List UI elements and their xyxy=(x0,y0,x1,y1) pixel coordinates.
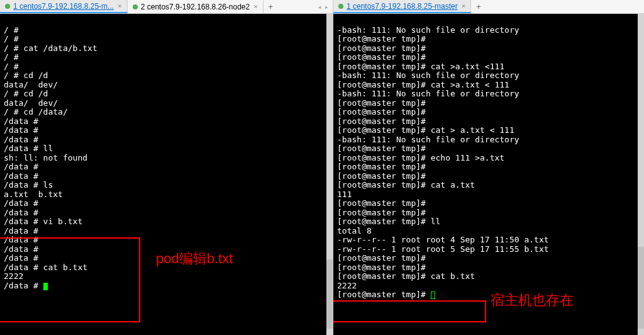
annotation-text-right: 宿主机也存在 xyxy=(491,296,574,305)
terminal-line: / # xyxy=(4,34,18,43)
terminal-line: -bash: 111: No such file or directory xyxy=(337,89,519,98)
cursor-icon xyxy=(43,283,48,290)
terminal-line: -bash: 111: No such file or directory xyxy=(337,135,519,144)
status-dot-icon xyxy=(5,4,10,9)
terminal-line: / # xyxy=(4,62,18,71)
terminal-line: /data # vi b.txt xyxy=(4,217,82,226)
terminal-line: /data # xyxy=(4,198,38,208)
terminal-line: -rw-r--r-- 1 root root 4 Sep 17 11:50 a.… xyxy=(337,235,549,244)
terminal-line: [root@master tmp]# xyxy=(337,98,426,108)
terminal-line: [root@master tmp]# xyxy=(337,52,426,62)
scrollbar-thumb[interactable] xyxy=(638,247,644,329)
tab-node2[interactable]: 2 centos7.9-192.168.8.26-node2 × xyxy=(128,0,264,13)
terminal-line: total 8 xyxy=(337,226,372,236)
terminal-line: /data # xyxy=(4,208,38,217)
cursor-icon xyxy=(431,292,435,299)
terminal-line: 111 xyxy=(337,190,352,199)
tab-label: 2 centos7.9-192.168.8.26-node2 xyxy=(141,3,250,11)
tab-label: 1 centos7.9-192.168.8.25-master xyxy=(347,2,458,11)
terminal-line: [root@master tmp]# cat a.txt xyxy=(337,180,475,190)
terminal-line: data/ dev/ xyxy=(4,98,58,108)
terminal-line: [root@master tmp]# xyxy=(337,162,426,171)
close-icon[interactable]: × xyxy=(253,3,258,11)
chevron-left-icon[interactable]: ◂ xyxy=(318,3,322,11)
terminal-line: / # cat /data/b.txt xyxy=(4,43,97,53)
terminal-line: /data # ll xyxy=(4,144,53,153)
terminal-line: 2222 xyxy=(337,281,357,290)
terminal-line: [root@master tmp]# cat > a.txt < 111 xyxy=(337,125,514,135)
close-icon[interactable]: × xyxy=(118,2,122,10)
add-tab-button[interactable]: + xyxy=(264,1,278,13)
terminal-pane-left: 1 centos7.9-192.168.8.25-m... × 2 centos… xyxy=(0,0,333,335)
terminal-line: /data # ls xyxy=(4,180,53,190)
terminal-line: [root@master tmp]# xyxy=(337,144,426,153)
terminal-line: [root@master tmp]# xyxy=(337,43,426,53)
tabbar-left: 1 centos7.9-192.168.8.25-m... × 2 centos… xyxy=(0,0,333,14)
terminal-right[interactable]: -bash: 111: No such file or directory [r… xyxy=(333,14,644,335)
terminal-line: / # cd /d xyxy=(4,71,48,80)
terminal-line: data/ dev/ xyxy=(4,80,58,89)
chevron-right-icon[interactable]: ▸ xyxy=(325,3,329,11)
terminal-line: [root@master tmp]# xyxy=(337,208,426,217)
terminal-line: /data # xyxy=(4,135,38,144)
terminal-line: /data # xyxy=(4,244,38,254)
annotation-box xyxy=(333,300,486,322)
terminal-line: /data # xyxy=(4,162,38,171)
terminal-line: [root@master tmp]# xyxy=(337,263,426,272)
terminal-line: /data # xyxy=(4,253,38,263)
scrollbar-track[interactable] xyxy=(638,14,644,335)
terminal-line: [root@master tmp]# xyxy=(337,198,426,208)
terminal-line: [root@master tmp]# xyxy=(337,116,426,126)
status-dot-icon xyxy=(133,4,138,9)
terminal-line: [root@master tmp]# ll xyxy=(337,217,440,226)
terminal-line: / # cd /data/ xyxy=(4,107,68,116)
add-tab-button[interactable]: + xyxy=(471,1,486,13)
terminal-line: /data # cat b.txt xyxy=(4,263,87,272)
terminal-line: -rw-r--r-- 1 root root 5 Sep 17 11:55 b.… xyxy=(337,244,549,254)
status-dot-icon xyxy=(338,4,343,9)
terminal-line: /data # xyxy=(4,235,38,244)
terminal-left[interactable]: / # / # / # cat /data/b.txt / # / # / # … xyxy=(0,14,333,335)
terminal-line: [root@master tmp]# cat b.txt xyxy=(337,271,475,281)
terminal-line: -bash: 111: No such file or directory xyxy=(337,71,519,80)
terminal-line: /data # xyxy=(4,281,43,290)
terminal-line: [root@master tmp]# echo 111 >a.txt xyxy=(337,153,504,162)
terminal-line: [root@master tmp]# xyxy=(337,253,426,263)
terminal-line: [root@master tmp]# cat >a.txt < 111 xyxy=(337,80,509,89)
terminal-line: /data # xyxy=(4,226,38,236)
terminal-line: / # xyxy=(4,25,18,35)
terminal-line: 2222 xyxy=(4,271,23,281)
terminal-line: sh: ll: not found xyxy=(4,153,87,162)
terminal-line: /data # xyxy=(4,116,38,126)
terminal-line: /data # xyxy=(4,171,38,181)
terminal-line: [root@master tmp]# xyxy=(337,290,431,299)
scrollbar-track[interactable] xyxy=(326,14,333,335)
scrollbar-thumb[interactable] xyxy=(326,259,333,329)
terminal-line: -bash: 111: No such file or directory xyxy=(337,25,519,35)
tab-master-right[interactable]: 1 centos7.9-192.168.8.25-master × xyxy=(333,0,471,13)
terminal-pane-right: 1 centos7.9-192.168.8.25-master × + -bas… xyxy=(333,0,644,335)
tab-nav-arrows: ◂ ▸ xyxy=(314,3,333,11)
terminal-line: [root@master tmp]# xyxy=(337,34,426,43)
terminal-line: / # xyxy=(4,52,18,62)
terminal-line: [root@master tmp]# xyxy=(337,107,426,116)
tab-master[interactable]: 1 centos7.9-192.168.8.25-m... × xyxy=(0,0,128,13)
terminal-line: /data # xyxy=(4,125,38,135)
tab-label: 1 centos7.9-192.168.8.25-m... xyxy=(13,2,114,11)
terminal-line: a.txt b.txt xyxy=(4,190,63,199)
annotation-text-left: pod编辑b.txt xyxy=(156,254,233,264)
terminal-line: [root@master tmp]# xyxy=(337,171,426,181)
terminal-line: [root@master tmp]# cat >a.txt <111 xyxy=(337,62,504,71)
tabbar-right: 1 centos7.9-192.168.8.25-master × + xyxy=(333,0,644,14)
close-icon[interactable]: × xyxy=(462,2,466,10)
terminal-line: / # cd /d xyxy=(4,89,48,98)
